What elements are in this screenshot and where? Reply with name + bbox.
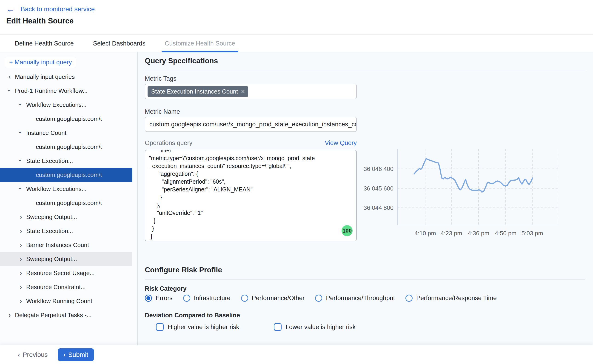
operations-query-textarea[interactable]: "filter": "metric.type=\"custom.googleap… (145, 150, 357, 241)
tree-item-label: custom.googleapis.com/user/x_mongo (36, 196, 102, 210)
tree-item-sweeping-output[interactable]: ›Sweeping Output... (0, 210, 132, 224)
chevron-down-icon[interactable]: › (13, 157, 27, 164)
risk-radio-performance-other[interactable]: Performance/Other (241, 295, 305, 302)
metric-name-input[interactable]: custom.googleapis.com/user/x_mongo_prod_… (145, 117, 357, 132)
risk-radio-label: Errors (156, 295, 173, 302)
risk-radio-label: Infrastructure (194, 295, 231, 302)
tree-item-prod-1-runtime-workflow[interactable]: ›Prod-1 Runtime Workflow... (0, 84, 132, 98)
tree-item-state-execution[interactable]: ›State Execution... (0, 224, 132, 238)
metric-tags-label: Metric Tags (145, 75, 176, 82)
query-specifications-heading: Query Specifications (145, 57, 218, 65)
chevron-right-icon[interactable]: › (18, 266, 24, 280)
x-axis-tick-label: 5:03 pm (514, 230, 551, 237)
tree-item-workflow-executions[interactable]: ›Workflow Executions... (0, 182, 132, 196)
tab-define-health-source[interactable]: Define Health Source (12, 35, 77, 52)
tree-item-label: State Execution... (26, 154, 73, 168)
metric-line-series (414, 159, 532, 192)
manually-input-query-button[interactable]: + Manually input query (5, 57, 76, 68)
risk-radio-errors[interactable]: Errors (145, 295, 173, 302)
tree-item-resource-constraint[interactable]: ›Resource Constraint... (0, 280, 132, 294)
chevron-right-icon[interactable]: › (18, 224, 24, 238)
tree-item-label: Sweeping Output... (26, 210, 77, 224)
radio-icon[interactable] (315, 295, 322, 302)
submit-button[interactable]: › Submit (58, 348, 94, 361)
tree-item-label: Workflow Executions... (26, 182, 87, 196)
risk-radio-infrastructure[interactable]: Infrastructure (183, 295, 231, 302)
records-count-badge: 100 (342, 225, 352, 236)
risk-radio-performance-throughput[interactable]: Performance/Throughput (315, 295, 395, 302)
chevron-down-icon[interactable]: › (2, 87, 16, 94)
checkbox-icon[interactable] (156, 323, 164, 331)
metric-tag-chip[interactable]: State Execution Instances Count × (148, 86, 248, 97)
wizard-tab-bar: Define Health SourceSelect DashboardsCus… (0, 34, 593, 52)
chip-remove-icon[interactable]: × (241, 88, 245, 95)
radio-selected-icon[interactable] (145, 295, 152, 302)
chevron-right-icon: › (63, 351, 65, 358)
tree-item-delegate-perpetual-tasks[interactable]: ›Delegate Perpetual Tasks -... (0, 308, 132, 322)
risk-radio-label: Performance/Throughput (326, 295, 395, 302)
tab-customize-health-source[interactable]: Customize Health Source (162, 35, 238, 52)
y-axis-tick-label: 36 046 400 (363, 165, 393, 173)
chevron-right-icon[interactable]: › (18, 238, 24, 252)
chevron-right-icon[interactable]: › (18, 252, 24, 266)
deviation-options: Higher value is higher riskLower value i… (156, 323, 356, 331)
radio-icon[interactable] (183, 295, 190, 302)
chevron-right-icon[interactable]: › (18, 210, 24, 224)
tree-item-custom-googleapis-com-user-x-mongo[interactable]: custom.googleapis.com/user/x_mongo (0, 168, 132, 182)
tree-item-label: custom.googleapis.com/user/x_mongo (36, 112, 102, 126)
operations-query-label: Operations query (145, 139, 192, 147)
main-area: + Manually input query ›Manually input q… (0, 52, 593, 345)
tree-item-workflow-running-count[interactable]: ›Workflow Running Count (0, 294, 132, 308)
chevron-down-icon[interactable]: › (13, 101, 27, 108)
query-code-clipper: "filter": "metric.type=\"custom.googleap… (145, 150, 356, 241)
content-panel: Query Specifications Metric Tags State E… (138, 52, 593, 345)
chevron-right-icon[interactable]: › (18, 280, 24, 294)
tree-item-label: Sweeping Output... (26, 252, 77, 266)
risk-radio-performance-response-time[interactable]: Performance/Response Time (405, 295, 497, 302)
deviation-checkbox-higher-value-is-higher-risk[interactable]: Higher value is higher risk (156, 323, 239, 331)
tab-select-dashboards[interactable]: Select Dashboards (90, 35, 149, 52)
metric-tags-input[interactable]: State Execution Instances Count × (145, 84, 357, 99)
chevron-down-icon[interactable]: › (13, 185, 27, 192)
tree-item-manually-input-queries[interactable]: ›Manually input queries (0, 70, 132, 84)
back-link[interactable]: ← Back to monitored service (7, 5, 95, 13)
tree-item-instance-count[interactable]: ›Instance Count (0, 126, 132, 140)
risk-category-options: ErrorsInfrastructurePerformance/OtherPer… (145, 295, 497, 302)
chevron-right-icon[interactable]: › (6, 70, 13, 84)
radio-icon[interactable] (405, 295, 413, 302)
view-query-link[interactable]: View Query (325, 139, 357, 147)
chevron-right-icon[interactable]: › (6, 308, 13, 322)
tree-item-sweeping-output[interactable]: ›Sweeping Output... (0, 252, 132, 266)
metric-preview-chart: 36 046 40036 045 60036 044 800 4:10 pm4:… (363, 144, 586, 296)
tree-item-custom-googleapis-com-user-x-mongo[interactable]: custom.googleapis.com/user/x_mongo (0, 196, 132, 210)
tree-item-label: custom.googleapis.com/user/x_mongo (36, 168, 102, 182)
tree-item-label: Barrier Instances Count (26, 238, 89, 252)
metrics-tree: ›Manually input queries›Prod-1 Runtime W… (0, 70, 138, 322)
metric-name-label: Metric Name (145, 108, 180, 115)
chevron-down-icon[interactable]: › (13, 129, 27, 136)
tree-item-custom-googleapis-com-user-x-mongo[interactable]: custom.googleapis.com/user/x_mongo (0, 112, 132, 126)
metric-tag-chip-label: State Execution Instances Count (151, 88, 238, 95)
page-header: ← Back to monitored service Edit Health … (0, 0, 593, 34)
checkbox-icon[interactable] (274, 323, 281, 331)
chevron-right-icon[interactable]: › (18, 294, 24, 308)
risk-radio-label: Performance/Other (252, 295, 305, 302)
query-specifications-divider (145, 70, 585, 70)
configure-risk-profile-heading: Configure Risk Profile (145, 266, 222, 274)
tree-item-label: Resource Secret Usage... (26, 266, 95, 280)
chart-plot (398, 149, 559, 225)
metrics-sidebar: + Manually input query ›Manually input q… (0, 52, 138, 345)
tree-item-state-execution[interactable]: ›State Execution... (0, 154, 132, 168)
tree-item-label: custom.googleapis.com/user/x_mongo (36, 140, 102, 154)
tree-item-workflow-executions[interactable]: ›Workflow Executions... (0, 98, 132, 112)
tree-item-label: Manually input queries (15, 70, 75, 84)
radio-icon[interactable] (241, 295, 248, 302)
tree-item-custom-googleapis-com-user-x-mongo[interactable]: custom.googleapis.com/user/x_mongo (0, 140, 132, 154)
previous-button[interactable]: ‹ Previous (18, 348, 48, 361)
tree-item-barrier-instances-count[interactable]: ›Barrier Instances Count (0, 238, 132, 252)
y-axis-tick-label: 36 044 800 (363, 204, 393, 211)
risk-profile-divider (145, 279, 585, 280)
tree-item-resource-secret-usage[interactable]: ›Resource Secret Usage... (0, 266, 132, 280)
previous-button-label: Previous (23, 351, 48, 358)
deviation-checkbox-lower-value-is-higher-risk[interactable]: Lower value is higher risk (274, 323, 356, 331)
